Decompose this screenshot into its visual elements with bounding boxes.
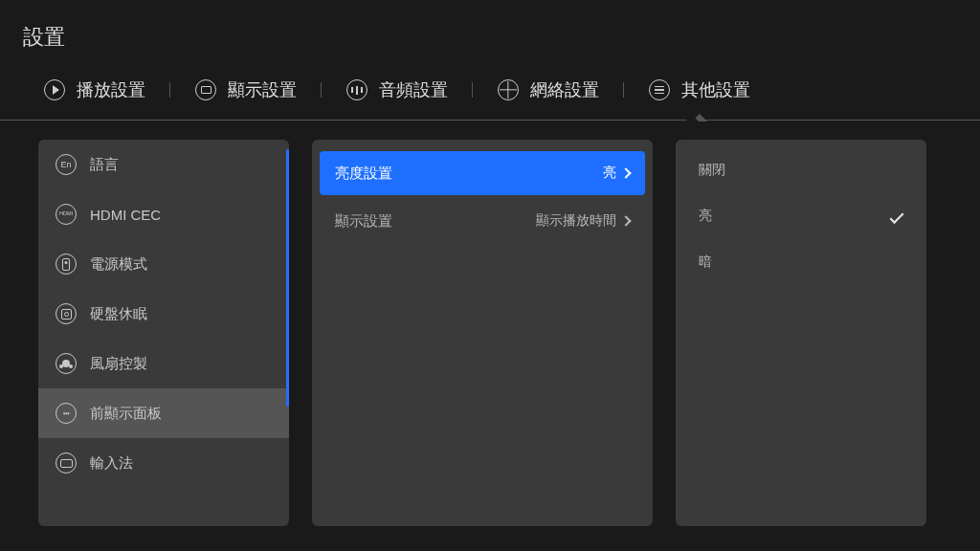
play-icon <box>44 79 65 100</box>
tab-label: 其他設置 <box>681 78 750 101</box>
check-icon <box>890 209 904 224</box>
panels: En 語言 HDMI HDMI CEC 電源模式 硬盤休眠 風扇控製 ┅ 前顯示… <box>0 121 980 526</box>
sidebar-item-language[interactable]: En 語言 <box>38 140 289 189</box>
tab-label: 網絡設置 <box>530 78 599 101</box>
keyboard-icon <box>56 452 77 474</box>
setting-display-mode[interactable]: 顯示設置 顯示播放時間 <box>320 199 645 243</box>
setting-value: 顯示播放時間 <box>536 212 616 230</box>
tab-label: 顯示設置 <box>228 78 297 101</box>
active-tab-indicator <box>692 114 707 121</box>
tab-network[interactable]: 網絡設置 <box>473 67 624 121</box>
sidebar-item-hdmicec[interactable]: HDMI HDMI CEC <box>38 189 289 239</box>
sidebar-panel: En 語言 HDMI HDMI CEC 電源模式 硬盤休眠 風扇控製 ┅ 前顯示… <box>38 140 289 526</box>
globe-icon <box>498 79 519 100</box>
tab-display[interactable]: 顯示設置 <box>170 67 322 121</box>
sidebar-item-label: 輸入法 <box>90 454 133 473</box>
sidebar-item-hdd[interactable]: 硬盤休眠 <box>38 289 289 339</box>
setting-title: 顯示設置 <box>335 212 392 231</box>
chevron-right-icon <box>620 215 631 226</box>
chevron-right-icon <box>620 167 631 178</box>
tab-bar: 播放設置 顯示設置 音頻設置 網絡設置 其他設置 <box>19 59 961 121</box>
fan-icon <box>56 353 77 374</box>
sidebar-item-label: 電源模式 <box>90 255 147 274</box>
hdd-icon <box>56 303 77 324</box>
page-title: 設置 <box>23 23 957 52</box>
sidebar-item-label: 語言 <box>90 156 119 174</box>
option-label: 暗 <box>699 253 712 271</box>
setting-value-wrap: 顯示播放時間 <box>536 212 630 230</box>
sidebar-item-label: HDMI CEC <box>90 207 161 223</box>
scrollbar-thumb[interactable] <box>286 149 289 407</box>
option-label: 亮 <box>699 208 712 225</box>
setting-value: 亮 <box>603 165 616 182</box>
sidebar-item-label: 硬盤休眠 <box>90 305 147 323</box>
option-off[interactable]: 關閉 <box>676 147 926 193</box>
tab-playback[interactable]: 播放設置 <box>19 67 170 121</box>
setting-brightness[interactable]: 亮度設置 亮 <box>320 151 645 195</box>
sidebar-item-label: 前顯示面板 <box>90 405 162 423</box>
option-label: 關閉 <box>699 162 725 179</box>
tab-other[interactable]: 其他設置 <box>624 67 775 121</box>
setting-title: 亮度設置 <box>335 165 392 183</box>
audio-icon <box>346 79 368 100</box>
power-icon <box>56 253 77 275</box>
sidebar-scrollbar[interactable] <box>286 149 289 517</box>
panel-icon: ┅ <box>56 403 77 424</box>
sidebar-item-power[interactable]: 電源模式 <box>38 239 289 289</box>
menu-icon <box>649 79 670 100</box>
option-bright[interactable]: 亮 <box>676 193 926 239</box>
setting-value-wrap: 亮 <box>603 165 630 182</box>
sidebar-item-label: 風扇控製 <box>90 355 147 373</box>
sidebar-item-front-panel[interactable]: ┅ 前顯示面板 <box>38 388 289 438</box>
display-icon <box>195 79 216 100</box>
language-icon: En <box>56 154 77 175</box>
hdmi-icon: HDMI <box>56 204 77 225</box>
settings-panel: 亮度設置 亮 顯示設置 顯示播放時間 <box>312 140 653 526</box>
tab-label: 音頻設置 <box>379 78 448 101</box>
sidebar-item-fan[interactable]: 風扇控製 <box>38 339 289 388</box>
sidebar-item-ime[interactable]: 輸入法 <box>38 438 289 488</box>
tab-label: 播放設置 <box>77 78 145 101</box>
option-dark[interactable]: 暗 <box>676 239 926 285</box>
tab-audio[interactable]: 音頻設置 <box>322 67 473 121</box>
options-panel: 關閉 亮 暗 <box>676 140 926 526</box>
